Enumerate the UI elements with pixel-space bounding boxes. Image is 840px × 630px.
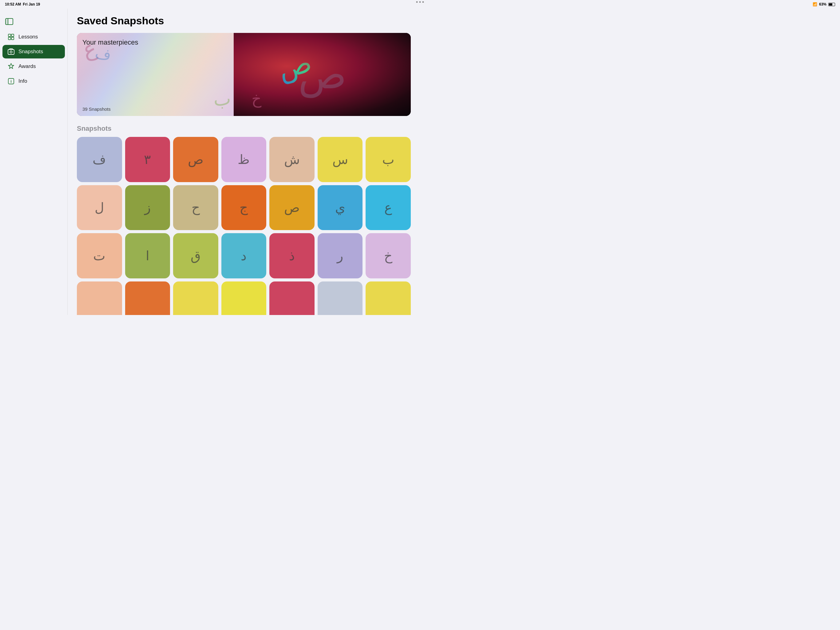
snapshot-card[interactable]: ذ [269, 233, 314, 279]
status-left: 10:52 AM Fri Jan 19 [5, 2, 40, 6]
snapshot-card[interactable]: ز [125, 185, 171, 230]
snapshot-card[interactable]: ش [269, 137, 314, 182]
snapshot-card[interactable] [173, 282, 218, 315]
sidebar: Lessons Snapshots Awards i Info [0, 0, 68, 315]
banner-tagline: Your masterpieces [82, 38, 138, 46]
snapshot-card[interactable]: ص [173, 137, 218, 182]
snapshot-card[interactable] [269, 282, 314, 315]
snapshot-card[interactable]: ب [366, 137, 411, 182]
snapshot-card[interactable]: د [221, 233, 267, 279]
lessons-icon [7, 33, 15, 41]
awards-icon [7, 63, 15, 70]
page-title: Saved Snapshots [77, 15, 411, 27]
banner[interactable]: ع ف ب ص ص خ Your masterpieces 39 Snapsho… [77, 33, 411, 116]
sidebar-item-awards[interactable]: Awards [2, 60, 65, 73]
status-time: 10:52 AM [5, 2, 21, 6]
snapshot-card[interactable]: ص [269, 185, 314, 230]
sidebar-item-lessons-label: Lessons [19, 34, 38, 40]
snapshot-card[interactable]: ف [77, 137, 122, 182]
snapshot-card[interactable]: ل [77, 185, 122, 230]
snapshot-card[interactable]: ي [317, 185, 363, 230]
svg-rect-3 [8, 34, 11, 36]
snapshot-card[interactable] [125, 282, 171, 315]
main-content: Saved Snapshots ع ف ب ص ص خ Your masterp… [68, 0, 420, 315]
snapshot-card[interactable]: ظ [221, 137, 267, 182]
svg-rect-1 [6, 19, 8, 25]
snapshot-card[interactable]: ح [173, 185, 218, 230]
snapshot-card[interactable]: خ [366, 233, 411, 279]
snapshot-grid: ف٣صظشسبلزحجصيعتاقدذرخ [77, 137, 411, 315]
status-date: Fri Jan 19 [23, 2, 40, 6]
svg-rect-6 [11, 37, 14, 40]
svg-text:i: i [11, 79, 12, 84]
banner-count: 39 Snapshots [82, 106, 111, 112]
snapshot-card[interactable]: ع [366, 185, 411, 230]
more-options-button[interactable] [416, 1, 420, 3]
dot2 [419, 1, 420, 3]
svg-rect-4 [11, 34, 14, 36]
sidebar-item-lessons[interactable]: Lessons [2, 30, 65, 44]
snapshot-card[interactable]: ٣ [125, 137, 171, 182]
sidebar-toggle-button[interactable] [0, 14, 67, 30]
info-icon: i [7, 78, 15, 85]
snapshot-card[interactable]: س [317, 137, 363, 182]
snapshot-card[interactable]: ق [173, 233, 218, 279]
snapshots-icon [7, 48, 15, 55]
snapshot-card[interactable] [366, 282, 411, 315]
sidebar-item-awards-label: Awards [19, 63, 36, 70]
snapshots-section: Snapshots ف٣صظشسبلزحجصيعتاقدذرخ [77, 125, 411, 315]
snapshot-card[interactable]: ج [221, 185, 267, 230]
dot1 [416, 1, 418, 3]
status-bar: 10:52 AM Fri Jan 19 📶 63% [0, 0, 420, 9]
snapshot-card[interactable]: ت [77, 233, 122, 279]
snapshot-card[interactable] [221, 282, 267, 315]
sidebar-item-info-label: Info [19, 78, 27, 84]
svg-rect-7 [8, 49, 14, 54]
sidebar-toggle-icon [5, 17, 14, 26]
sidebar-item-snapshots-label: Snapshots [19, 49, 43, 55]
banner-right: ص ص خ [234, 33, 411, 116]
sidebar-item-info[interactable]: i Info [2, 74, 65, 88]
sidebar-item-snapshots[interactable]: Snapshots [2, 45, 65, 59]
snapshot-card[interactable] [77, 282, 122, 315]
section-title-snapshots: Snapshots [77, 125, 411, 133]
svg-point-8 [10, 51, 12, 53]
snapshot-card[interactable] [317, 282, 363, 315]
snapshot-card[interactable]: ا [125, 233, 171, 279]
snapshot-card[interactable]: ر [317, 233, 363, 279]
svg-rect-5 [8, 37, 11, 40]
